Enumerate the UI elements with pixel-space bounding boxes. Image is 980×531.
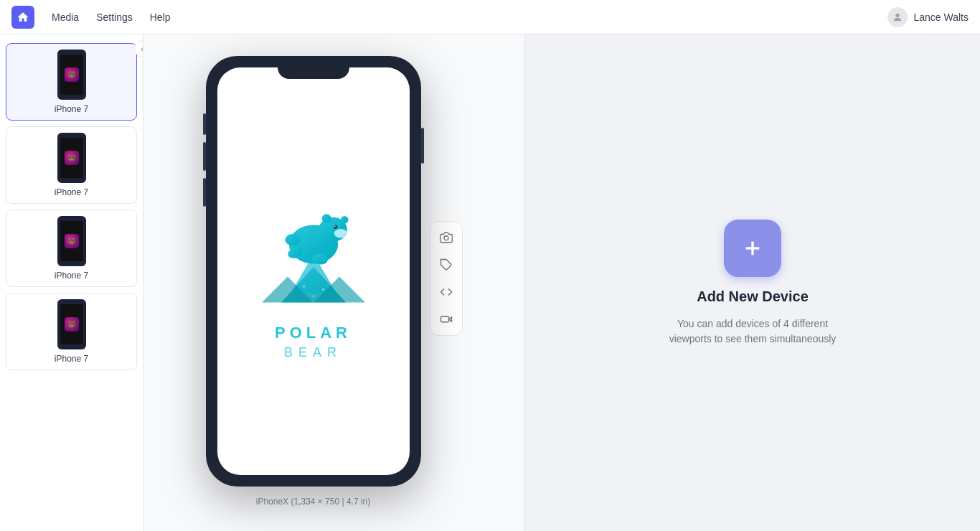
app-icon-4: 🐻: [65, 317, 79, 332]
svg-point-7: [321, 214, 331, 223]
svg-point-17: [312, 294, 315, 297]
center-panel: POLAR BEAR iPhoneX (1,334 × 750 | 4.7 in…: [143, 34, 525, 531]
main-layout: « 🐻 iPhone 7 🐻 iPhone 7 🐻: [0, 34, 980, 531]
device-label-3: iPhone 7: [55, 271, 88, 281]
svg-point-14: [285, 234, 301, 245]
device-thumb-4: 🐻: [57, 299, 86, 349]
device-screen-3: 🐻: [60, 221, 83, 261]
polar-word: POLAR: [275, 324, 352, 342]
device-screen-1: 🐻: [60, 55, 83, 95]
nav-media[interactable]: Media: [52, 9, 79, 26]
phone-toolbar: [430, 221, 463, 336]
phone-side-btn-vol-up: [203, 142, 206, 171]
device-label-2: iPhone 7: [55, 187, 88, 197]
svg-point-18: [444, 236, 448, 240]
phone-notch: [278, 63, 349, 79]
device-screen-2: 🐻: [60, 138, 83, 178]
top-nav: Media Settings Help Lance Walts: [0, 0, 980, 34]
code-btn[interactable]: [433, 279, 459, 305]
svg-point-10: [333, 225, 336, 228]
svg-point-8: [340, 215, 348, 223]
tag-btn[interactable]: [433, 252, 459, 278]
add-device-button[interactable]: [724, 220, 781, 277]
device-screen-4: 🐻: [60, 304, 83, 344]
svg-point-11: [334, 225, 335, 227]
right-panel: Add New Device You can add devices of 4 …: [525, 34, 980, 531]
video-btn[interactable]: [433, 306, 459, 332]
app-icon-2: 🐻: [65, 151, 79, 165]
svg-point-0: [896, 13, 900, 17]
svg-rect-20: [440, 316, 448, 322]
phone-side-btn-mute: [203, 113, 206, 135]
bear-word: BEAR: [284, 345, 342, 360]
camera-btn[interactable]: [433, 225, 459, 250]
device-thumb-2: 🐻: [57, 133, 86, 183]
device-label-4: iPhone 7: [55, 354, 88, 364]
app-icon-3: 🐻: [65, 234, 79, 248]
app-content: POLAR BEAR: [235, 169, 392, 375]
device-thumb-1: 🐻: [57, 50, 86, 100]
app-icon-1: 🐻: [65, 67, 79, 82]
device-sidebar: « 🐻 iPhone 7 🐻 iPhone 7 🐻: [0, 34, 143, 531]
device-label-1: iPhone 7: [55, 104, 88, 114]
add-device-card: Add New Device You can add devices of 4 …: [666, 220, 839, 347]
avatar: [887, 7, 908, 27]
polar-bear-logo: [249, 183, 378, 312]
device-card-3[interactable]: 🐻 iPhone 7: [6, 210, 137, 287]
device-thumb-3: 🐻: [57, 216, 86, 266]
device-card-2[interactable]: 🐻 iPhone 7: [6, 126, 137, 204]
nav-menu: Media Settings Help: [52, 9, 870, 26]
phone-wrapper: POLAR BEAR iPhoneX (1,334 × 750 | 4.7 in…: [206, 56, 463, 487]
device-card-1[interactable]: 🐻 iPhone 7: [6, 43, 137, 121]
svg-point-16: [321, 288, 324, 291]
add-device-desc: You can add devices of 4 different viewp…: [666, 316, 839, 347]
nav-settings[interactable]: Settings: [96, 9, 133, 26]
phone-frame: POLAR BEAR iPhoneX (1,334 × 750 | 4.7 in…: [206, 56, 421, 487]
home-logo[interactable]: [11, 6, 34, 29]
phone-info-label: iPhoneX (1,334 × 750 | 4.7 in): [256, 497, 371, 507]
svg-point-9: [334, 228, 347, 238]
user-name: Lance Walts: [913, 11, 969, 23]
add-device-title: Add New Device: [697, 288, 809, 305]
polar-bear-text: POLAR BEAR: [275, 324, 352, 360]
user-menu[interactable]: Lance Walts: [887, 7, 969, 27]
phone-side-btn-right: [421, 128, 424, 164]
phone-screen: POLAR BEAR: [217, 67, 410, 475]
device-card-4[interactable]: 🐻 iPhone 7: [6, 293, 137, 370]
svg-point-15: [302, 285, 305, 288]
nav-help[interactable]: Help: [150, 9, 171, 26]
phone-side-btn-vol-down: [203, 178, 206, 207]
